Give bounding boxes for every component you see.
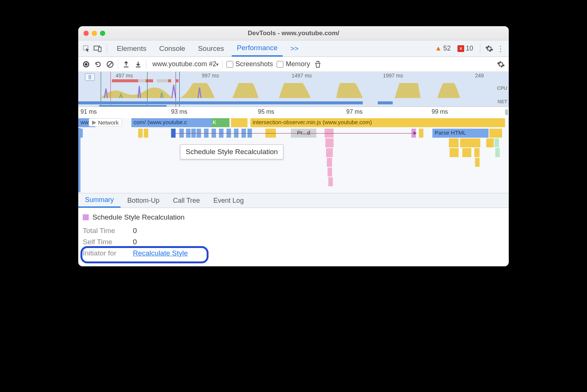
flame-block[interactable] bbox=[495, 148, 500, 157]
minimize-window-button[interactable] bbox=[92, 31, 97, 36]
upload-icon[interactable] bbox=[122, 60, 130, 68]
errors-badge[interactable]: ✕ 10 bbox=[457, 45, 473, 52]
warnings-count: 52 bbox=[443, 45, 451, 52]
target-select[interactable]: www.youtube.com #2 bbox=[150, 60, 219, 68]
flame-block[interactable] bbox=[489, 129, 502, 138]
main-tabbar: Elements Console Sources Performance >> … bbox=[78, 40, 509, 57]
ruler-tick: 93 ms bbox=[171, 108, 188, 115]
kv-initiator: Initiator for Recalculate Style bbox=[83, 248, 504, 259]
kv-self-time: Self Time 0 bbox=[83, 236, 504, 248]
flame-block[interactable] bbox=[325, 138, 334, 147]
flame-block[interactable] bbox=[171, 129, 176, 138]
cpu-label: CPU bbox=[497, 85, 507, 91]
flame-gutter bbox=[78, 128, 80, 192]
flame-block[interactable] bbox=[474, 148, 480, 157]
flame-block[interactable] bbox=[460, 138, 465, 147]
flame-block[interactable]: com/ (www.youtube.c bbox=[131, 118, 212, 127]
cpu-activity-chart bbox=[101, 83, 494, 98]
overview-range-handle[interactable] bbox=[85, 73, 95, 81]
self-time-label: Self Time bbox=[83, 238, 124, 246]
flame-block[interactable]: intersection-observer.min.js (www.youtub… bbox=[250, 118, 505, 127]
flame-block[interactable] bbox=[495, 138, 499, 147]
ruler-tick: 99 ms bbox=[432, 108, 448, 115]
flame-block[interactable] bbox=[454, 148, 459, 157]
svg-rect-2 bbox=[98, 47, 101, 52]
network-group-toggle[interactable]: ▶ Network bbox=[89, 118, 122, 126]
flame-block[interactable] bbox=[465, 138, 469, 147]
event-name: Schedule Style Recalculation bbox=[92, 213, 185, 221]
tab-console[interactable]: Console bbox=[154, 40, 191, 56]
flame-block[interactable]: K bbox=[212, 118, 218, 127]
devtools-window: DevTools - www.youtube.com/ Elements Con… bbox=[78, 26, 509, 266]
capture-settings-gear-icon[interactable] bbox=[497, 60, 505, 68]
initiator-link[interactable]: Recalculate Style bbox=[133, 249, 188, 257]
flame-block[interactable]: Parse HTML bbox=[432, 129, 489, 138]
performance-toolbar: www.youtube.com #2 Screenshots Memory bbox=[78, 57, 509, 72]
detail-tabbar: Summary Bottom-Up Call Tree Event Log bbox=[78, 193, 509, 208]
close-window-button[interactable] bbox=[83, 31, 89, 36]
chevron-right-icon: ▶ bbox=[92, 119, 97, 126]
titlebar: DevTools - www.youtube.com/ bbox=[78, 26, 509, 40]
memory-checkbox[interactable]: Memory bbox=[277, 60, 310, 68]
total-time-value: 0 bbox=[133, 227, 137, 235]
total-time-label: Total Time bbox=[83, 227, 124, 235]
flame-block[interactable] bbox=[225, 118, 229, 127]
download-icon[interactable] bbox=[134, 60, 142, 68]
tab-more[interactable]: >> bbox=[285, 40, 304, 56]
screenshots-checkbox-input[interactable] bbox=[226, 61, 233, 68]
memory-checkbox-input[interactable] bbox=[277, 61, 283, 68]
flame-block[interactable] bbox=[328, 177, 333, 186]
reload-button[interactable] bbox=[94, 60, 102, 68]
tab-call-tree[interactable]: Call Tree bbox=[166, 193, 207, 208]
garbage-collect-icon[interactable] bbox=[314, 60, 322, 68]
clear-button[interactable] bbox=[106, 60, 114, 68]
maximize-window-button[interactable] bbox=[100, 31, 105, 36]
warnings-badge[interactable]: ▲ 52 bbox=[435, 45, 451, 52]
summary-panel: Schedule Style Recalculation Total Time … bbox=[78, 208, 509, 266]
overview-timeline[interactable]: 497 ms 997 ms 1497 ms 1997 ms 249 CPU NE… bbox=[78, 72, 509, 107]
svg-line-6 bbox=[108, 62, 112, 66]
flame-block[interactable] bbox=[462, 148, 467, 157]
record-button[interactable] bbox=[82, 60, 90, 68]
flame-tooltip: Schedule Style Recalculation bbox=[180, 144, 283, 159]
flame-block[interactable] bbox=[450, 148, 454, 157]
scrollbar-thumb[interactable] bbox=[505, 109, 508, 115]
flame-block[interactable] bbox=[449, 138, 459, 147]
flame-block[interactable] bbox=[243, 118, 247, 127]
flame-ruler[interactable]: 91 ms 93 ms 95 ms 97 ms 99 ms bbox=[78, 107, 509, 118]
flame-block[interactable] bbox=[469, 138, 474, 147]
network-label: Network bbox=[98, 119, 119, 126]
errors-count: 10 bbox=[466, 45, 473, 52]
flame-block[interactable] bbox=[419, 129, 423, 138]
flame-block[interactable] bbox=[144, 129, 148, 138]
overview-tick: 497 ms bbox=[116, 73, 133, 79]
flame-block[interactable] bbox=[138, 129, 143, 138]
tab-bottom-up[interactable]: Bottom-Up bbox=[121, 193, 166, 208]
memory-label: Memory bbox=[286, 60, 310, 68]
flame-chart[interactable]: ww ▶ Network com/ (www.youtube.c K inter… bbox=[78, 118, 509, 193]
flame-block[interactable] bbox=[475, 158, 480, 167]
initiator-label: Initiator for bbox=[83, 249, 124, 257]
screenshots-checkbox[interactable]: Screenshots bbox=[226, 60, 273, 68]
tab-summary[interactable]: Summary bbox=[78, 193, 121, 208]
flame-block[interactable] bbox=[326, 148, 333, 157]
arrow-head-icon bbox=[414, 131, 417, 135]
inspect-icon[interactable] bbox=[82, 44, 91, 53]
flame-block[interactable] bbox=[235, 118, 239, 127]
more-menu-icon[interactable]: ⋮ bbox=[496, 44, 505, 53]
ruler-tick: 97 ms bbox=[346, 108, 363, 115]
flame-block[interactable] bbox=[474, 138, 480, 147]
separator bbox=[480, 44, 480, 53]
device-toolbar-icon[interactable] bbox=[93, 44, 102, 53]
flame-block[interactable] bbox=[486, 138, 494, 147]
overview-tick: 249 bbox=[475, 73, 484, 79]
flame-block[interactable] bbox=[327, 158, 332, 167]
settings-gear-icon[interactable] bbox=[485, 44, 494, 53]
tab-sources[interactable]: Sources bbox=[193, 40, 229, 56]
tab-event-log[interactable]: Event Log bbox=[207, 193, 250, 208]
tab-performance[interactable]: Performance bbox=[232, 40, 283, 56]
event-color-swatch bbox=[83, 214, 89, 220]
flame-block[interactable] bbox=[467, 148, 471, 157]
flame-block[interactable] bbox=[328, 168, 332, 177]
tab-elements[interactable]: Elements bbox=[112, 40, 152, 56]
